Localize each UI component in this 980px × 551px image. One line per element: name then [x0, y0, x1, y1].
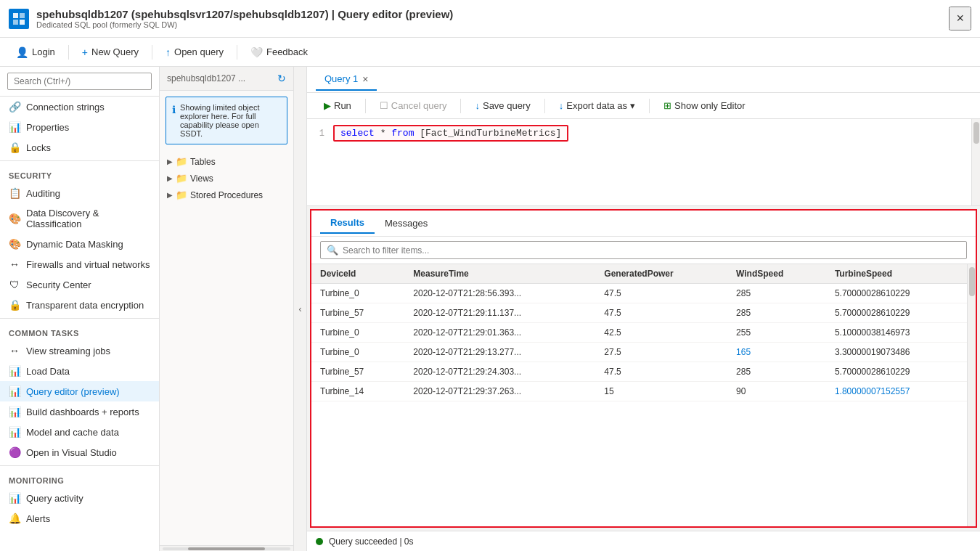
sidebar-item-build-dashboards[interactable]: 📊 Build dashboards + reports	[0, 401, 159, 422]
query-tabs-bar: Query 1 ×	[307, 67, 980, 93]
sidebar-item-auditing[interactable]: 📋 Auditing	[0, 183, 159, 203]
col-header-turbine-speed: TurbineSpeed	[826, 264, 967, 284]
table-cell: Turbine_57	[311, 303, 404, 323]
sidebar-item-model-cache[interactable]: 📊 Model and cache data	[0, 422, 159, 442]
cancel-query-button[interactable]: ☐ Cancel query	[372, 97, 455, 115]
sidebar-item-label: Security Center	[26, 279, 91, 290]
results-search-container: 🔍	[311, 237, 976, 264]
sql-operator-star: *	[380, 128, 392, 139]
login-button[interactable]: 👤 Login	[9, 44, 62, 61]
results-vertical-scrollbar[interactable]	[967, 264, 976, 526]
results-table-container: DeviceId MeasureTime GeneratedPower Wind…	[311, 264, 976, 526]
cancel-icon: ☐	[380, 100, 388, 111]
new-query-button[interactable]: + New Query	[75, 44, 146, 61]
sidebar-item-streaming-jobs[interactable]: ↔ View streaming jobs	[0, 340, 159, 361]
app-icon	[9, 9, 29, 29]
sidebar-item-security-center[interactable]: 🛡 Security Center	[0, 274, 159, 295]
tables-label: Tables	[190, 157, 216, 167]
sidebar-search-container	[0, 67, 159, 97]
sidebar-item-properties[interactable]: 📊 Properties	[0, 117, 159, 137]
oe-tree-tables[interactable]: ▶ 📁 Tables	[160, 153, 293, 170]
table-cell: 165	[727, 343, 826, 362]
sidebar-item-label: Open in Visual Studio	[26, 447, 117, 458]
svg-rect-3	[20, 20, 25, 25]
sidebar-item-transparent-encryption[interactable]: 🔒 Transparent data encryption	[0, 295, 159, 315]
transparent-encryption-icon: 🔒	[9, 299, 20, 311]
table-cell: 5.70000028610229	[826, 362, 967, 382]
export-icon: ↓	[559, 100, 564, 111]
results-header-row: DeviceId MeasureTime GeneratedPower Wind…	[311, 264, 967, 284]
search-input[interactable]	[7, 73, 152, 90]
alerts-icon: 🔔	[9, 513, 20, 524]
status-text: Query succeeded | 0s	[329, 536, 414, 547]
qt-separator-3	[544, 99, 545, 113]
open-query-button[interactable]: ↑ Open query	[158, 44, 231, 61]
sidebar-item-alerts[interactable]: 🔔 Alerts	[0, 508, 159, 528]
table-cell: 255	[727, 323, 826, 343]
run-button[interactable]: ▶ Run	[316, 97, 359, 115]
export-data-button[interactable]: ↓ Export data as ▾	[551, 97, 643, 115]
oe-tree-views[interactable]: ▶ 📁 Views	[160, 170, 293, 187]
table-row: Turbine_572020-12-07T21:29:24.303...47.5…	[311, 362, 967, 382]
results-search-input[interactable]	[343, 245, 960, 256]
title-text: spehubsqldb1207 (spehubsqlsvr1207/spehub…	[36, 8, 453, 29]
results-panel: Results Messages 🔍 DeviceId	[310, 209, 977, 528]
show-only-editor-button[interactable]: ⊞ Show only Editor	[656, 97, 754, 115]
sql-table-name: [Fact_WindTurbineMetrics]	[420, 128, 561, 139]
sidebar-item-visual-studio[interactable]: 🟣 Open in Visual Studio	[0, 442, 159, 462]
query-toolbar: ▶ Run ☐ Cancel query ↓ Save query ↓ Expo…	[307, 93, 980, 119]
query-tab-close-button[interactable]: ×	[362, 73, 368, 85]
feedback-label: Feedback	[266, 46, 308, 57]
save-query-button[interactable]: ↓ Save query	[467, 97, 538, 115]
sidebar-item-label: Locks	[26, 142, 51, 153]
oe-info-icon: ℹ	[172, 104, 176, 138]
sidebar-item-firewalls[interactable]: ↔ Firewalls and virtual networks	[0, 254, 159, 274]
feedback-button[interactable]: 🤍 Feedback	[243, 44, 315, 61]
col-header-device-id: DeviceId	[311, 264, 404, 284]
table-cell: 5.70000028610229	[826, 303, 967, 323]
oe-refresh-button[interactable]: ↻	[277, 73, 286, 84]
oe-horizontal-scrollbar[interactable]	[160, 545, 293, 551]
sql-vertical-scrollbar[interactable]	[971, 119, 980, 205]
sidebar-item-data-discovery[interactable]: 🎨 Data Discovery & Classification	[0, 203, 159, 234]
table-cell: 2020-12-07T21:29:37.263...	[404, 382, 595, 401]
sidebar: 🔗 Connection strings 📊 Properties 🔒 Lock…	[0, 67, 160, 551]
dynamic-data-masking-icon: 🎨	[9, 238, 20, 250]
table-cell: 285	[727, 284, 826, 303]
results-tab-results[interactable]: Results	[320, 213, 375, 234]
table-cell: Turbine_0	[311, 343, 404, 362]
title-bar-left: spehubsqldb1207 (spehubsqlsvr1207/spehub…	[9, 8, 453, 29]
views-folder-icon: 📁	[176, 173, 187, 184]
collapse-panel-button[interactable]: ‹	[294, 67, 307, 551]
load-data-icon: 📊	[9, 365, 20, 377]
table-cell: Turbine_14	[311, 382, 404, 401]
monitoring-section-label: Monitoring	[0, 469, 159, 488]
main-layout: 🔗 Connection strings 📊 Properties 🔒 Lock…	[0, 67, 980, 551]
table-row: Turbine_02020-12-07T21:29:13.277...27.51…	[311, 343, 967, 362]
sidebar-item-load-data[interactable]: 📊 Load Data	[0, 361, 159, 381]
login-label: Login	[32, 46, 55, 57]
results-table-header: DeviceId MeasureTime GeneratedPower Wind…	[311, 264, 967, 284]
sidebar-item-query-activity[interactable]: 📊 Query activity	[0, 488, 159, 508]
sidebar-item-dynamic-data-masking[interactable]: 🎨 Dynamic Data Masking	[0, 234, 159, 254]
firewalls-icon: ↔	[9, 258, 20, 270]
results-table-body: Turbine_02020-12-07T21:28:56.393...47.52…	[311, 284, 967, 401]
results-table: DeviceId MeasureTime GeneratedPower Wind…	[311, 264, 967, 401]
table-cell: 47.5	[595, 362, 727, 382]
col-header-wind-speed: WindSpeed	[727, 264, 826, 284]
sidebar-item-connection-strings[interactable]: 🔗 Connection strings	[0, 97, 159, 117]
results-tab-messages[interactable]: Messages	[375, 213, 438, 233]
results-table-scroll[interactable]: DeviceId MeasureTime GeneratedPower Wind…	[311, 264, 967, 526]
sidebar-item-query-editor[interactable]: 📊 Query editor (preview)	[0, 381, 159, 401]
results-search-icon: 🔍	[327, 245, 338, 256]
qt-separator-2	[460, 99, 461, 113]
table-row: Turbine_02020-12-07T21:29:01.363...42.52…	[311, 323, 967, 343]
oe-tree-stored-procedures[interactable]: ▶ 📁 Stored Procedures	[160, 187, 293, 203]
sidebar-item-locks[interactable]: 🔒 Locks	[0, 137, 159, 158]
sql-editor[interactable]: 1 select * from [Fact_WindTurbineMetrics…	[307, 119, 980, 206]
close-button[interactable]: ×	[949, 7, 971, 30]
oe-info-text: Showing limited object explorer here. Fo…	[180, 103, 281, 138]
query-tab-1[interactable]: Query 1 ×	[316, 69, 377, 91]
table-cell: 47.5	[595, 284, 727, 303]
query-editor-icon: 📊	[9, 385, 20, 397]
